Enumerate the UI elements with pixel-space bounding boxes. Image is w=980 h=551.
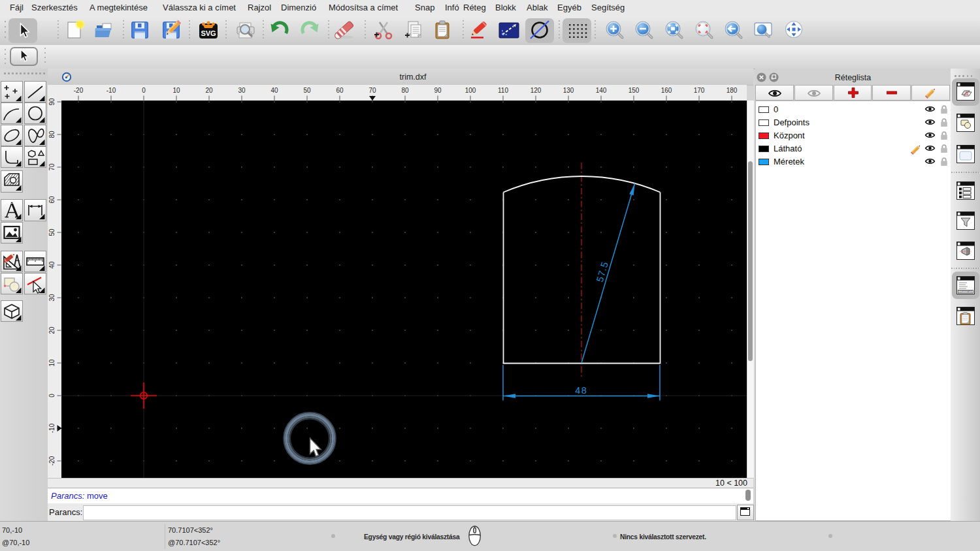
svg-text:0: 0 [48,394,56,398]
svg-text:-20: -20 [48,456,56,465]
svg-text:130: 130 [563,87,574,94]
svg-text:50: 50 [48,228,56,236]
svg-text:30: 30 [238,87,246,94]
svg-text:40: 40 [270,87,278,94]
svg-text:90: 90 [434,87,442,94]
svg-text:20: 20 [205,87,213,94]
svg-text:30: 30 [48,294,56,302]
svg-text:140: 140 [596,87,607,94]
svg-text:170: 170 [694,87,705,94]
svg-text:120: 120 [531,87,542,94]
svg-text:80: 80 [401,87,409,94]
svg-text:150: 150 [629,87,640,94]
svg-text:-10: -10 [106,87,116,94]
svg-text:90: 90 [48,98,56,106]
svg-text:160: 160 [661,87,672,94]
svg-text:command: command [959,290,972,293]
svg-text:70: 70 [368,87,376,94]
svg-text:50: 50 [303,87,311,94]
svg-text:48: 48 [575,385,587,396]
svg-text:10: 10 [172,87,180,94]
svg-text:10: 10 [48,359,56,367]
svg-text:SVG: SVG [201,29,216,37]
svg-text:180: 180 [727,87,738,94]
svg-text:80: 80 [48,131,56,138]
svg-text:20: 20 [48,326,56,334]
svg-text:60: 60 [336,87,344,94]
svg-text:-20: -20 [74,87,84,94]
svg-text:40: 40 [48,261,56,269]
svg-text:60: 60 [48,196,56,204]
svg-text:0: 0 [142,87,146,94]
svg-text:-10: -10 [48,423,56,433]
svg-text:70: 70 [48,163,56,171]
svg-text:A: A [964,91,968,97]
svg-text:110: 110 [498,87,508,94]
svg-text:100: 100 [465,87,476,94]
